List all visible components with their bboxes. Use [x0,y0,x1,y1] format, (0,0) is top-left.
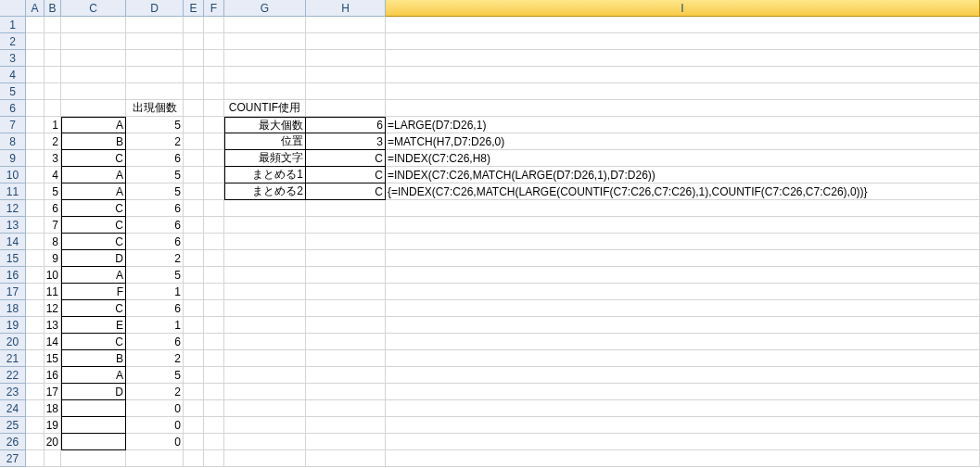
cell-G6[interactable]: COUNTIF使用 [224,100,306,117]
cell-G19[interactable] [224,317,306,334]
cell-F27[interactable] [204,450,224,467]
cell-H3[interactable] [306,50,386,67]
cell-B3[interactable] [45,50,61,67]
row-header-15[interactable]: 15 [0,250,26,267]
cell-E5[interactable] [184,83,204,100]
cell-G13[interactable] [224,217,306,234]
column-header-H[interactable]: H [306,0,386,17]
cell-A14[interactable] [26,234,45,250]
cell-H1[interactable] [306,17,386,33]
cell-A25[interactable] [26,417,45,434]
cell-F4[interactable] [204,67,224,83]
column-header-B[interactable]: B [45,0,61,17]
cell-H6[interactable] [306,100,386,117]
cell-I2[interactable] [386,33,980,50]
cell-I7[interactable]: =LARGE(D7:D26,1) [386,117,980,133]
cell-C12[interactable]: C [61,200,126,217]
cell-B1[interactable] [45,17,61,33]
cell-G5[interactable] [224,83,306,100]
column-header-E[interactable]: E [184,0,204,17]
cell-D10[interactable]: 5 [126,167,184,183]
cell-D22[interactable]: 5 [126,367,184,384]
cell-C1[interactable] [61,17,126,33]
cell-G9[interactable]: 最頻文字 [224,150,306,167]
cell-G16[interactable] [224,267,306,284]
cell-G14[interactable] [224,234,306,250]
cell-D11[interactable]: 5 [126,183,184,200]
cell-H27[interactable] [306,450,386,467]
column-header-F[interactable]: F [204,0,224,17]
cell-F17[interactable] [204,284,224,300]
cell-I6[interactable] [386,100,980,117]
cell-G2[interactable] [224,33,306,50]
cell-G1[interactable] [224,17,306,33]
row-header-9[interactable]: 9 [0,150,26,167]
cell-F10[interactable] [204,167,224,183]
cell-G11[interactable]: まとめる2 [224,183,306,200]
row-header-12[interactable]: 12 [0,200,26,217]
row-header-10[interactable]: 10 [0,167,26,183]
cell-B10[interactable]: 4 [45,167,61,183]
cell-F8[interactable] [204,133,224,150]
cell-D23[interactable]: 2 [126,384,184,400]
cell-E3[interactable] [184,50,204,67]
cell-E17[interactable] [184,284,204,300]
cell-E16[interactable] [184,267,204,284]
cell-F7[interactable] [204,117,224,133]
cell-H15[interactable] [306,250,386,267]
cell-B19[interactable]: 13 [45,317,61,334]
cell-B9[interactable]: 3 [45,150,61,167]
row-header-22[interactable]: 22 [0,367,26,384]
cell-G17[interactable] [224,284,306,300]
cell-D8[interactable]: 2 [126,133,184,150]
cell-I12[interactable] [386,200,980,217]
cell-G24[interactable] [224,400,306,417]
cell-G21[interactable] [224,350,306,367]
cell-D27[interactable] [126,450,184,467]
cell-I9[interactable]: =INDEX(C7:C26,H8) [386,150,980,167]
cell-E21[interactable] [184,350,204,367]
cell-I24[interactable] [386,400,980,417]
cell-C21[interactable]: B [61,350,126,367]
cell-E23[interactable] [184,384,204,400]
cell-I11[interactable]: {=INDEX(C7:C26,MATCH(LARGE(COUNTIF(C7:C2… [386,183,980,200]
row-header-23[interactable]: 23 [0,384,26,400]
cell-G27[interactable] [224,450,306,467]
cell-F24[interactable] [204,400,224,417]
cell-G26[interactable] [224,434,306,450]
cell-A3[interactable] [26,50,45,67]
cell-A21[interactable] [26,350,45,367]
cell-E7[interactable] [184,117,204,133]
cell-F6[interactable] [204,100,224,117]
cell-A11[interactable] [26,183,45,200]
cell-C20[interactable]: C [61,334,126,350]
cell-E12[interactable] [184,200,204,217]
cell-G18[interactable] [224,300,306,317]
cell-H13[interactable] [306,217,386,234]
cell-A12[interactable] [26,200,45,217]
cell-A13[interactable] [26,217,45,234]
cell-D26[interactable]: 0 [126,434,184,450]
cell-B26[interactable]: 20 [45,434,61,450]
cell-H16[interactable] [306,267,386,284]
cell-H19[interactable] [306,317,386,334]
cell-E19[interactable] [184,317,204,334]
cell-F26[interactable] [204,434,224,450]
cell-I18[interactable] [386,300,980,317]
cell-F13[interactable] [204,217,224,234]
cell-B16[interactable]: 10 [45,267,61,284]
cell-D3[interactable] [126,50,184,67]
cell-I25[interactable] [386,417,980,434]
cell-G10[interactable]: まとめる1 [224,167,306,183]
cell-C15[interactable]: D [61,250,126,267]
row-header-21[interactable]: 21 [0,350,26,367]
cell-H23[interactable] [306,384,386,400]
row-header-19[interactable]: 19 [0,317,26,334]
cell-D17[interactable]: 1 [126,284,184,300]
cell-G20[interactable] [224,334,306,350]
cell-H7[interactable]: 6 [306,117,386,133]
cell-C5[interactable] [61,83,126,100]
cell-D9[interactable]: 6 [126,150,184,167]
cell-E20[interactable] [184,334,204,350]
cell-E10[interactable] [184,167,204,183]
